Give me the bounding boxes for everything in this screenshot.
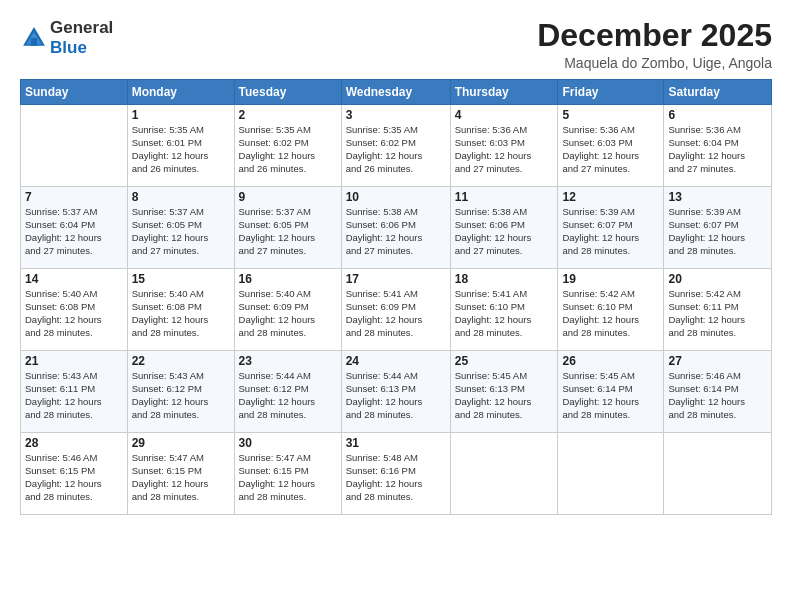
title-block: December 2025 Maquela do Zombo, Uige, An…	[537, 18, 772, 71]
calendar-cell: 7Sunrise: 5:37 AM Sunset: 6:04 PM Daylig…	[21, 187, 128, 269]
calendar-cell: 14Sunrise: 5:40 AM Sunset: 6:08 PM Dayli…	[21, 269, 128, 351]
day-info: Sunrise: 5:46 AM Sunset: 6:15 PM Dayligh…	[25, 452, 123, 503]
calendar-cell: 11Sunrise: 5:38 AM Sunset: 6:06 PM Dayli…	[450, 187, 558, 269]
day-info: Sunrise: 5:42 AM Sunset: 6:11 PM Dayligh…	[668, 288, 767, 339]
day-info: Sunrise: 5:37 AM Sunset: 6:05 PM Dayligh…	[132, 206, 230, 257]
day-info: Sunrise: 5:43 AM Sunset: 6:11 PM Dayligh…	[25, 370, 123, 421]
weekday-header-friday: Friday	[558, 80, 664, 105]
logo-icon	[20, 24, 48, 52]
week-row-3: 14Sunrise: 5:40 AM Sunset: 6:08 PM Dayli…	[21, 269, 772, 351]
day-number: 15	[132, 272, 230, 286]
day-info: Sunrise: 5:47 AM Sunset: 6:15 PM Dayligh…	[132, 452, 230, 503]
day-info: Sunrise: 5:46 AM Sunset: 6:14 PM Dayligh…	[668, 370, 767, 421]
calendar-cell: 27Sunrise: 5:46 AM Sunset: 6:14 PM Dayli…	[664, 351, 772, 433]
calendar-cell: 30Sunrise: 5:47 AM Sunset: 6:15 PM Dayli…	[234, 433, 341, 515]
calendar-cell: 21Sunrise: 5:43 AM Sunset: 6:11 PM Dayli…	[21, 351, 128, 433]
calendar-cell	[558, 433, 664, 515]
day-number: 1	[132, 108, 230, 122]
day-number: 20	[668, 272, 767, 286]
day-info: Sunrise: 5:41 AM Sunset: 6:10 PM Dayligh…	[455, 288, 554, 339]
day-info: Sunrise: 5:38 AM Sunset: 6:06 PM Dayligh…	[455, 206, 554, 257]
day-info: Sunrise: 5:40 AM Sunset: 6:09 PM Dayligh…	[239, 288, 337, 339]
calendar-cell: 3Sunrise: 5:35 AM Sunset: 6:02 PM Daylig…	[341, 105, 450, 187]
weekday-header-monday: Monday	[127, 80, 234, 105]
day-number: 12	[562, 190, 659, 204]
day-info: Sunrise: 5:35 AM Sunset: 6:02 PM Dayligh…	[346, 124, 446, 175]
weekday-header-tuesday: Tuesday	[234, 80, 341, 105]
day-number: 29	[132, 436, 230, 450]
calendar-cell: 8Sunrise: 5:37 AM Sunset: 6:05 PM Daylig…	[127, 187, 234, 269]
logo-text: General Blue	[50, 18, 113, 57]
day-number: 2	[239, 108, 337, 122]
location: Maquela do Zombo, Uige, Angola	[537, 55, 772, 71]
day-number: 19	[562, 272, 659, 286]
week-row-2: 7Sunrise: 5:37 AM Sunset: 6:04 PM Daylig…	[21, 187, 772, 269]
calendar-cell: 25Sunrise: 5:45 AM Sunset: 6:13 PM Dayli…	[450, 351, 558, 433]
weekday-header-wednesday: Wednesday	[341, 80, 450, 105]
calendar-cell: 26Sunrise: 5:45 AM Sunset: 6:14 PM Dayli…	[558, 351, 664, 433]
day-number: 13	[668, 190, 767, 204]
day-info: Sunrise: 5:35 AM Sunset: 6:02 PM Dayligh…	[239, 124, 337, 175]
day-number: 3	[346, 108, 446, 122]
calendar-cell: 2Sunrise: 5:35 AM Sunset: 6:02 PM Daylig…	[234, 105, 341, 187]
week-row-5: 28Sunrise: 5:46 AM Sunset: 6:15 PM Dayli…	[21, 433, 772, 515]
week-row-4: 21Sunrise: 5:43 AM Sunset: 6:11 PM Dayli…	[21, 351, 772, 433]
day-number: 4	[455, 108, 554, 122]
logo: General Blue	[20, 18, 113, 57]
day-info: Sunrise: 5:45 AM Sunset: 6:13 PM Dayligh…	[455, 370, 554, 421]
day-number: 30	[239, 436, 337, 450]
day-number: 26	[562, 354, 659, 368]
month-title: December 2025	[537, 18, 772, 53]
weekday-header-saturday: Saturday	[664, 80, 772, 105]
calendar-cell: 28Sunrise: 5:46 AM Sunset: 6:15 PM Dayli…	[21, 433, 128, 515]
day-info: Sunrise: 5:37 AM Sunset: 6:04 PM Dayligh…	[25, 206, 123, 257]
day-info: Sunrise: 5:39 AM Sunset: 6:07 PM Dayligh…	[668, 206, 767, 257]
day-info: Sunrise: 5:36 AM Sunset: 6:03 PM Dayligh…	[562, 124, 659, 175]
calendar-cell	[664, 433, 772, 515]
calendar-cell: 9Sunrise: 5:37 AM Sunset: 6:05 PM Daylig…	[234, 187, 341, 269]
calendar-cell	[21, 105, 128, 187]
calendar-cell: 18Sunrise: 5:41 AM Sunset: 6:10 PM Dayli…	[450, 269, 558, 351]
day-info: Sunrise: 5:39 AM Sunset: 6:07 PM Dayligh…	[562, 206, 659, 257]
day-info: Sunrise: 5:36 AM Sunset: 6:04 PM Dayligh…	[668, 124, 767, 175]
day-info: Sunrise: 5:44 AM Sunset: 6:12 PM Dayligh…	[239, 370, 337, 421]
calendar-cell: 12Sunrise: 5:39 AM Sunset: 6:07 PM Dayli…	[558, 187, 664, 269]
day-number: 23	[239, 354, 337, 368]
day-info: Sunrise: 5:41 AM Sunset: 6:09 PM Dayligh…	[346, 288, 446, 339]
calendar-body: 1Sunrise: 5:35 AM Sunset: 6:01 PM Daylig…	[21, 105, 772, 515]
day-number: 7	[25, 190, 123, 204]
weekday-header-thursday: Thursday	[450, 80, 558, 105]
day-info: Sunrise: 5:47 AM Sunset: 6:15 PM Dayligh…	[239, 452, 337, 503]
calendar-cell: 19Sunrise: 5:42 AM Sunset: 6:10 PM Dayli…	[558, 269, 664, 351]
calendar-cell: 23Sunrise: 5:44 AM Sunset: 6:12 PM Dayli…	[234, 351, 341, 433]
page: General Blue December 2025 Maquela do Zo…	[0, 0, 792, 612]
calendar-cell: 13Sunrise: 5:39 AM Sunset: 6:07 PM Dayli…	[664, 187, 772, 269]
svg-rect-2	[31, 38, 37, 46]
day-info: Sunrise: 5:43 AM Sunset: 6:12 PM Dayligh…	[132, 370, 230, 421]
day-number: 27	[668, 354, 767, 368]
weekday-row: SundayMondayTuesdayWednesdayThursdayFrid…	[21, 80, 772, 105]
day-number: 9	[239, 190, 337, 204]
day-info: Sunrise: 5:37 AM Sunset: 6:05 PM Dayligh…	[239, 206, 337, 257]
day-info: Sunrise: 5:35 AM Sunset: 6:01 PM Dayligh…	[132, 124, 230, 175]
day-number: 5	[562, 108, 659, 122]
day-number: 21	[25, 354, 123, 368]
day-info: Sunrise: 5:42 AM Sunset: 6:10 PM Dayligh…	[562, 288, 659, 339]
day-number: 22	[132, 354, 230, 368]
calendar: SundayMondayTuesdayWednesdayThursdayFrid…	[20, 79, 772, 515]
calendar-cell: 29Sunrise: 5:47 AM Sunset: 6:15 PM Dayli…	[127, 433, 234, 515]
day-info: Sunrise: 5:40 AM Sunset: 6:08 PM Dayligh…	[132, 288, 230, 339]
calendar-cell: 6Sunrise: 5:36 AM Sunset: 6:04 PM Daylig…	[664, 105, 772, 187]
calendar-cell: 17Sunrise: 5:41 AM Sunset: 6:09 PM Dayli…	[341, 269, 450, 351]
day-info: Sunrise: 5:45 AM Sunset: 6:14 PM Dayligh…	[562, 370, 659, 421]
day-info: Sunrise: 5:36 AM Sunset: 6:03 PM Dayligh…	[455, 124, 554, 175]
calendar-cell: 16Sunrise: 5:40 AM Sunset: 6:09 PM Dayli…	[234, 269, 341, 351]
calendar-cell: 4Sunrise: 5:36 AM Sunset: 6:03 PM Daylig…	[450, 105, 558, 187]
day-number: 16	[239, 272, 337, 286]
day-info: Sunrise: 5:44 AM Sunset: 6:13 PM Dayligh…	[346, 370, 446, 421]
calendar-cell	[450, 433, 558, 515]
calendar-header: SundayMondayTuesdayWednesdayThursdayFrid…	[21, 80, 772, 105]
day-number: 8	[132, 190, 230, 204]
day-number: 17	[346, 272, 446, 286]
header: General Blue December 2025 Maquela do Zo…	[20, 18, 772, 71]
